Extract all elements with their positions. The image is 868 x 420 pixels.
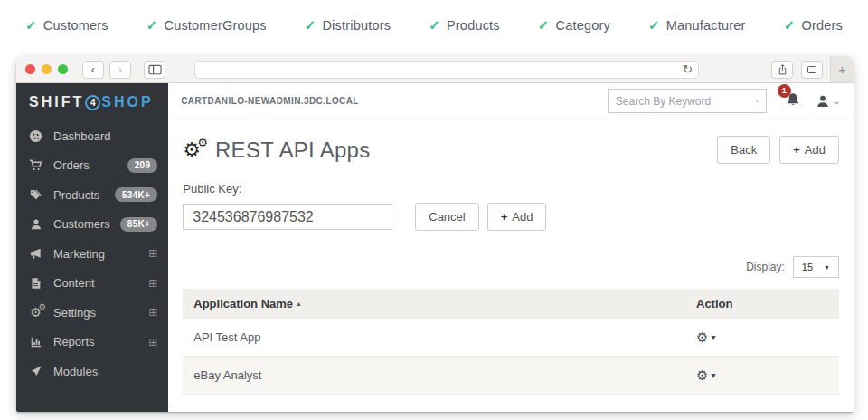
sidebar-item-label: Modules bbox=[53, 365, 98, 378]
check-icon: ✓ bbox=[648, 17, 660, 33]
megaphone-icon bbox=[28, 247, 43, 261]
gears-icon: ⚙⚙ bbox=[183, 140, 201, 160]
top-item-label: Category bbox=[556, 18, 610, 33]
app-name-cell: eBay Analyst bbox=[183, 357, 685, 394]
toolbar-right-group bbox=[771, 61, 823, 79]
gear-icon: ⚙ bbox=[696, 368, 708, 382]
header-right-group: 1 ⌄ bbox=[608, 89, 841, 113]
display-count-select[interactable]: 15 ▼ bbox=[793, 256, 839, 278]
top-item-label: Distributors bbox=[322, 18, 391, 33]
expand-icon[interactable]: ⊞ bbox=[148, 337, 157, 348]
sidebar-item-settings[interactable]: ⚙⚙ Settings ⊞ bbox=[16, 298, 168, 328]
top-item-label: Orders bbox=[801, 18, 843, 33]
check-icon: ✓ bbox=[429, 17, 440, 33]
top-item-label: Customers bbox=[43, 18, 108, 33]
top-item-label: Products bbox=[447, 18, 500, 33]
file-icon bbox=[28, 277, 43, 290]
page-title: REST API Apps bbox=[215, 138, 371, 163]
plus-icon: + bbox=[501, 210, 508, 224]
sidebar-item-modules[interactable]: Modules bbox=[16, 357, 168, 387]
select-caret-icon: ▼ bbox=[824, 264, 830, 271]
shift4shop-logo[interactable]: SHIFT4SHOP bbox=[16, 83, 168, 121]
browser-toolbar: ‹ › ↻ + bbox=[16, 56, 854, 83]
sidebar-item-label: Settings bbox=[53, 306, 96, 320]
tab-overview-button[interactable] bbox=[801, 61, 823, 79]
gears-icon: ⚙⚙ bbox=[28, 306, 43, 319]
browser-window: ‹ › ↻ + SHIFT4SHOP bbox=[16, 56, 854, 412]
sidebar: SHIFT4SHOP Dashboard Orders 209 Prod bbox=[16, 83, 168, 412]
user-icon bbox=[28, 218, 43, 231]
table-row: API Test App ⚙▾ bbox=[183, 319, 839, 357]
row-action-menu[interactable]: ⚙▾ bbox=[696, 330, 828, 344]
expand-icon[interactable]: ⊞ bbox=[148, 248, 157, 259]
refresh-icon[interactable]: ↻ bbox=[683, 63, 693, 75]
confirm-add-button[interactable]: +Add bbox=[487, 203, 547, 231]
gauge-icon bbox=[28, 129, 43, 143]
title-buttons: Back +Add bbox=[717, 136, 839, 164]
sidebar-item-dashboard[interactable]: Dashboard bbox=[16, 121, 168, 151]
customers-count-badge: 85K+ bbox=[120, 217, 157, 232]
plus-icon: + bbox=[793, 143, 800, 157]
expand-icon[interactable]: ⊞ bbox=[148, 307, 157, 318]
search-icon[interactable] bbox=[756, 94, 759, 109]
window-controls bbox=[25, 64, 68, 74]
expand-icon[interactable]: ⊞ bbox=[148, 278, 157, 289]
user-menu-button[interactable]: ⌄ bbox=[816, 94, 841, 109]
logo-text: SHIFT bbox=[29, 94, 84, 110]
check-icon: ✓ bbox=[538, 17, 550, 33]
check-icon: ✓ bbox=[146, 17, 158, 33]
orders-count-badge: 209 bbox=[127, 158, 158, 173]
sidebar-item-content[interactable]: Content ⊞ bbox=[16, 269, 168, 299]
check-icon: ✓ bbox=[784, 17, 796, 33]
top-item-manufacturer[interactable]: ✓Manufacturer bbox=[648, 17, 746, 33]
top-item-orders[interactable]: ✓Orders bbox=[784, 17, 843, 33]
column-application-name[interactable]: Application Name▲ bbox=[183, 289, 685, 319]
zoom-button[interactable] bbox=[58, 64, 68, 74]
public-key-input[interactable] bbox=[183, 204, 392, 230]
top-item-customers[interactable]: ✓Customers bbox=[25, 17, 108, 33]
sidebar-item-marketing[interactable]: Marketing ⊞ bbox=[16, 239, 168, 269]
top-item-distributors[interactable]: ✓Distributors bbox=[305, 17, 392, 33]
share-button[interactable] bbox=[771, 61, 793, 79]
top-item-products[interactable]: ✓Products bbox=[429, 17, 500, 33]
sidebar-item-reports[interactable]: Reports ⊞ bbox=[16, 328, 168, 358]
search-input[interactable] bbox=[616, 95, 756, 108]
caret-down-icon: ▾ bbox=[711, 332, 715, 342]
row-action-menu[interactable]: ⚙▾ bbox=[696, 368, 828, 382]
add-app-button[interactable]: +Add bbox=[779, 136, 839, 164]
sidebar-toggle-icon bbox=[148, 64, 162, 75]
close-button[interactable] bbox=[25, 64, 35, 74]
top-item-category[interactable]: ✓Category bbox=[538, 17, 610, 33]
new-tab-button[interactable]: + bbox=[830, 56, 854, 82]
sidebar-item-products[interactable]: Products 534K+ bbox=[16, 180, 168, 210]
keyword-search[interactable] bbox=[608, 89, 767, 113]
notifications-button[interactable]: 1 bbox=[785, 91, 801, 111]
cart-icon bbox=[28, 158, 43, 172]
public-key-label: Public Key: bbox=[183, 182, 839, 196]
table-header: Application Name▲ Action bbox=[183, 289, 839, 319]
address-bar[interactable]: ↻ bbox=[194, 61, 699, 79]
sidebar-item-label: Content bbox=[53, 276, 95, 290]
top-item-label: Manufacturer bbox=[666, 18, 746, 33]
chevron-down-icon: ⌄ bbox=[833, 95, 841, 107]
cancel-button[interactable]: Cancel bbox=[415, 203, 478, 231]
sidebar-item-label: Customers bbox=[53, 217, 110, 231]
top-item-customergroups[interactable]: ✓CustomerGroups bbox=[146, 17, 267, 33]
tags-icon bbox=[28, 188, 43, 202]
page-title-row: ⚙⚙ REST API Apps Back +Add bbox=[183, 136, 839, 164]
minimize-button[interactable] bbox=[42, 64, 52, 74]
sidebar-item-customers[interactable]: Customers 85K+ bbox=[16, 210, 168, 240]
browser-back-button[interactable]: ‹ bbox=[82, 61, 104, 79]
browser-forward-button[interactable]: › bbox=[109, 61, 131, 79]
share-icon bbox=[777, 63, 788, 76]
back-button[interactable]: Back bbox=[717, 136, 770, 164]
selected-value: 15 bbox=[802, 262, 813, 272]
rocket-icon bbox=[28, 365, 43, 377]
entity-check-strip: ✓Customers ✓CustomerGroups ✓Distributors… bbox=[0, 0, 868, 51]
sidebar-item-orders[interactable]: Orders 209 bbox=[16, 151, 168, 181]
products-count-badge: 534K+ bbox=[115, 187, 157, 202]
sidebar-toggle-button[interactable] bbox=[144, 61, 165, 79]
admin-app: SHIFT4SHOP Dashboard Orders 209 Prod bbox=[16, 83, 854, 412]
store-domain: CARTDANILO-NEWADMIN.3DC.LOCAL bbox=[181, 96, 359, 106]
url-input[interactable] bbox=[201, 64, 683, 75]
